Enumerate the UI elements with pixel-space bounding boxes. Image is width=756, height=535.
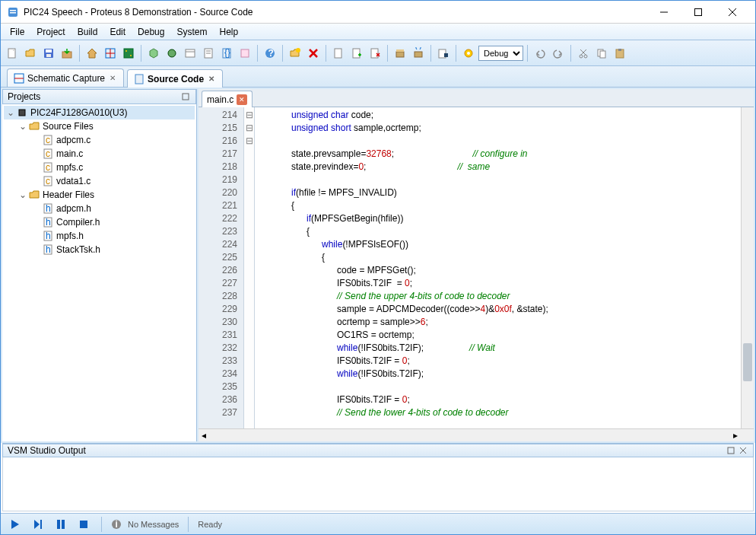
build-icon[interactable] [392,45,408,62]
minimize-button[interactable] [646,2,681,23]
tree-item[interactable]: ⌄PIC24FJ128GA010(U3) [4,106,195,119]
projects-panel: Projects ⌄PIC24FJ128GA010(U3)⌄Source Fil… [2,89,197,441]
tree-label: adpcm.c [56,135,91,145]
step-icon[interactable] [30,516,46,533]
maximize-button[interactable] [681,2,715,23]
vsm-icon[interactable] [237,45,253,62]
menu-edit[interactable]: Edit [103,25,132,39]
doctab-source-code[interactable]: Source Code✕ [127,69,223,88]
editor-tab-label: main.c [207,94,233,105]
close-icon[interactable] [738,445,748,456]
output-body[interactable] [2,457,754,511]
svg-rect-35 [415,52,422,57]
code-content[interactable]: unsigned char code; unsigned short sampl… [255,107,741,428]
line-gutter: 2142152162172182192202212222232242252262… [199,107,244,428]
schematic-icon[interactable] [102,45,119,62]
code-editor[interactable]: 2142152162172182192202212222232242252262… [199,107,754,428]
svg-rect-15 [124,49,133,58]
file-icon [16,107,28,119]
vertical-scrollbar[interactable] [741,107,754,428]
fold-column[interactable]: ⊟⊟⊟ [244,107,255,428]
tree-item[interactable]: hCompiler.h [4,215,195,229]
tree-label: mpfs.h [56,231,84,241]
tree-label: vdata1.c [56,176,91,186]
pause-icon[interactable] [52,516,69,533]
tree-item[interactable]: hStackTsk.h [4,243,195,256]
close-icon[interactable]: ✕ [237,94,247,105]
add-doc-icon[interactable] [348,45,365,62]
close-button[interactable] [715,2,749,23]
pcb-icon[interactable] [120,45,137,62]
svg-point-39 [467,52,470,55]
statusbar: i No Messages Ready [1,513,755,534]
editor-tabs: main.c ✕ [199,89,754,107]
menu-project[interactable]: Project [30,25,71,39]
tree-label: adpcm.h [56,203,91,214]
help-icon[interactable]: ? [262,45,278,62]
close-icon[interactable]: ✕ [108,74,117,83]
tree-item[interactable]: cvdata1.c [4,174,195,188]
home-icon[interactable] [84,45,100,62]
tree-label: main.c [56,148,83,159]
play-icon[interactable] [7,516,24,533]
titlebar: PIC24 Speech - Proteus 8 Demonstration -… [1,1,755,24]
svg-rect-52 [19,110,25,116]
undo-icon[interactable] [532,45,548,62]
tree-toggle-icon[interactable]: ⌄ [5,107,16,118]
settings-icon[interactable] [460,45,477,62]
tree-toggle-icon[interactable]: ⌄ [17,189,28,200]
project-tree[interactable]: ⌄PIC24FJ128GA010(U3)⌄Source Filescadpcm.… [2,104,196,441]
svg-text:c: c [46,148,50,159]
close-icon[interactable]: ✕ [207,75,216,84]
doctab-schematic-capture[interactable]: Schematic Capture✕ [7,68,124,87]
svg-rect-72 [40,520,42,529]
stop-debug-icon[interactable] [435,45,452,62]
new-file-icon[interactable] [4,45,21,62]
tree-item[interactable]: cmpfs.c [4,161,195,174]
tree-item[interactable]: ⌄Header Files [4,188,195,202]
gerber-icon[interactable] [164,45,180,62]
svg-point-40 [580,55,583,58]
svg-rect-47 [618,49,621,51]
info-icon: i [111,519,122,530]
messages-text: No Messages [128,520,179,529]
3d-icon[interactable] [145,45,162,62]
panel-float-icon[interactable] [180,91,191,102]
window-title: PIC24 Speech - Proteus 8 Demonstration -… [24,7,646,18]
delete-icon[interactable] [305,45,322,62]
menu-system[interactable]: System [170,25,213,39]
rebuild-icon[interactable] [410,45,427,62]
import-icon[interactable] [59,45,75,62]
source-icon[interactable]: {} [218,45,235,62]
tree-item[interactable]: cmain.c [4,147,195,161]
horizontal-scrollbar[interactable]: ◂ ▸ [199,428,754,441]
menu-debug[interactable]: Debug [132,25,170,39]
tree-item[interactable]: hadpcm.h [4,202,195,215]
tree-item[interactable]: ⌄Source Files [4,119,195,133]
cut-icon[interactable] [575,45,592,62]
open-icon[interactable] [22,45,39,62]
tree-item[interactable]: hmpfs.h [4,229,195,243]
save-icon[interactable] [40,45,57,62]
tree-item[interactable]: cadpcm.c [4,133,195,147]
panel-float-icon[interactable] [726,445,736,456]
stop-icon[interactable] [75,516,92,533]
remove-doc-icon[interactable] [367,45,383,62]
new-project-icon[interactable] [287,45,303,62]
svg-point-17 [130,55,132,56]
copy-icon[interactable] [593,45,610,62]
bom-icon[interactable] [200,45,217,62]
svg-text:c: c [46,176,50,186]
new-doc-icon[interactable] [330,45,347,62]
paste-icon[interactable] [611,45,628,62]
config-combo[interactable]: Debug [478,46,523,61]
svg-rect-2 [10,12,16,14]
menu-help[interactable]: Help [213,25,244,39]
redo-icon[interactable] [550,45,567,62]
menu-build[interactable]: Build [71,25,104,39]
menu-file[interactable]: File [4,25,30,39]
tree-toggle-icon[interactable]: ⌄ [17,121,28,132]
design-explorer-icon[interactable] [182,45,199,62]
editor-tab-main[interactable]: main.c ✕ [202,91,253,107]
svg-text:c: c [46,162,50,173]
